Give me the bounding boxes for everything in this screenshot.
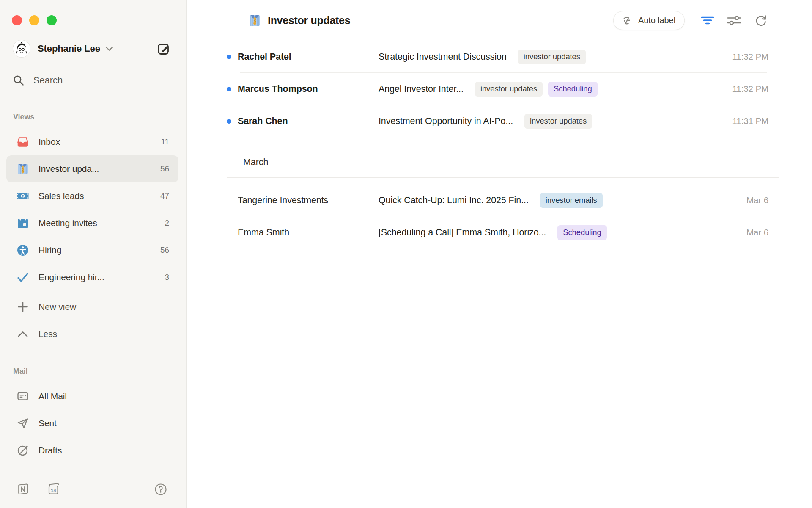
email-subject: Strategic Investment Discussion: [379, 52, 507, 62]
email-subject: [Scheduling a Call] Emma Smith, Horizo..…: [379, 227, 546, 238]
account-switcher[interactable]: Stephanie Lee: [0, 38, 186, 59]
sidebar-footer: 14: [0, 470, 186, 508]
unread-count: 2: [165, 218, 169, 228]
search-label: Search: [33, 75, 63, 86]
chevron-down-icon: [105, 46, 113, 51]
new-view-button[interactable]: New view: [6, 293, 178, 320]
unread-count: 47: [160, 191, 169, 201]
email-list: Rachel Patel Strategic Investment Discus…: [187, 41, 812, 248]
tag-investor-updates[interactable]: investor updates: [524, 114, 592, 129]
zoom-window-button[interactable]: [47, 15, 57, 25]
search-icon: [13, 75, 25, 86]
necktie-icon: [16, 163, 29, 175]
email-row[interactable]: Tangerine Investments Quick Catch-Up: Lu…: [187, 184, 812, 216]
email-subject: Angel Investor Inter...: [379, 84, 464, 94]
unread-dot: [227, 55, 231, 59]
checkmark-icon: [16, 271, 29, 284]
compose-icon[interactable]: [156, 41, 171, 56]
money-icon: [16, 190, 29, 202]
section-divider: [227, 177, 779, 178]
unread-dot: [227, 87, 231, 91]
email-sender: Marcus Thompson: [238, 84, 379, 94]
email-date: Mar 6: [746, 227, 768, 237]
notion-icon[interactable]: [16, 482, 30, 497]
email-subject: Quick Catch-Up: Lumi Inc. 2025 Fin...: [379, 195, 529, 206]
chevron-up-icon: [16, 328, 29, 340]
email-sender: Rachel Patel: [238, 52, 379, 62]
view-header: Investor updates Auto label: [187, 0, 812, 41]
search-button[interactable]: Search: [0, 70, 186, 91]
email-tags: investor updates Scheduling: [475, 82, 598, 97]
view-title: Investor updates: [248, 14, 350, 27]
unread-count: 11: [161, 137, 169, 146]
header-controls: Auto label: [613, 11, 768, 30]
sliders-icon[interactable]: [727, 13, 742, 28]
sidebar-item-sales-leads[interactable]: Sales leads 47: [6, 182, 178, 210]
sidebar: Stephanie Lee Search Views: [0, 0, 187, 508]
email-tags: investor updates: [518, 50, 586, 64]
all-mail-icon: [16, 390, 29, 403]
close-window-button[interactable]: [12, 15, 22, 25]
email-tags: investor emails: [540, 193, 603, 208]
sidebar-item-inbox[interactable]: Inbox 11: [6, 128, 178, 155]
sidebar-item-engineering-hiring[interactable]: Engineering hir... 3: [6, 264, 178, 291]
email-tags: investor updates: [524, 114, 592, 129]
sidebar-item-hiring[interactable]: Hiring 56: [6, 237, 178, 264]
email-sender: Tangerine Investments: [238, 195, 379, 206]
month-section-rows: Tangerine Investments Quick Catch-Up: Lu…: [187, 184, 812, 248]
tag-scheduling[interactable]: Scheduling: [557, 225, 607, 240]
sidebar-item-sent[interactable]: Sent: [6, 410, 178, 437]
window-controls: [0, 0, 186, 25]
calendar-14-icon[interactable]: 14: [46, 482, 61, 497]
less-button[interactable]: Less: [6, 320, 178, 348]
ai-face-icon: [620, 14, 634, 27]
unread-dot: [227, 119, 231, 124]
sidebar-item-investor-updates[interactable]: Investor upda... 56: [6, 155, 178, 182]
email-time: 11:32 PM: [732, 52, 768, 62]
email-row[interactable]: Rachel Patel Strategic Investment Discus…: [187, 41, 812, 73]
tag-scheduling[interactable]: Scheduling: [548, 82, 598, 97]
email-row[interactable]: Sarah Chen Investment Opportunity in AI-…: [187, 105, 812, 137]
minimize-window-button[interactable]: [29, 15, 39, 25]
person-circle-icon: [16, 244, 29, 257]
views-list: Inbox 11 Investor upda... 56: [0, 128, 186, 348]
email-time: 11:31 PM: [732, 116, 768, 126]
views-section-header: Views: [0, 113, 186, 121]
month-section-header: March: [243, 157, 768, 168]
sidebar-item-drafts[interactable]: Drafts: [6, 437, 178, 464]
email-sender: Sarah Chen: [238, 116, 379, 127]
mail-section-header: Mail: [0, 367, 186, 376]
sent-icon: [16, 417, 29, 430]
help-icon[interactable]: [154, 483, 167, 496]
email-date: Mar 6: [746, 195, 768, 205]
sidebar-item-all-mail[interactable]: All Mail: [6, 383, 178, 410]
unread-count: 56: [160, 246, 169, 255]
necktie-icon: [248, 14, 261, 27]
inbox-tray-icon: [16, 135, 29, 148]
account-name: Stephanie Lee: [38, 43, 100, 54]
unread-count: 3: [165, 273, 169, 282]
email-tags: Scheduling: [557, 225, 607, 240]
unread-count: 56: [160, 164, 169, 174]
email-subject: Investment Opportunity in AI-Po...: [379, 116, 513, 127]
email-time: 11:32 PM: [732, 84, 768, 94]
email-sender: Emma Smith: [238, 227, 379, 238]
mail-list: All Mail Sent Drafts: [0, 383, 186, 464]
plus-icon: [16, 301, 29, 313]
drafts-icon: [16, 444, 29, 457]
main-content: Investor updates Auto label: [187, 0, 812, 508]
avatar: [13, 40, 30, 58]
calendar-icon: [16, 217, 29, 229]
tag-investor-updates[interactable]: investor updates: [518, 50, 586, 64]
auto-label-button[interactable]: Auto label: [613, 11, 685, 30]
calendar-day-number: 14: [51, 488, 56, 493]
email-row[interactable]: Emma Smith [Scheduling a Call] Emma Smit…: [187, 216, 812, 248]
tag-investor-updates[interactable]: investor updates: [475, 82, 543, 97]
email-row[interactable]: Marcus Thompson Angel Investor Inter... …: [187, 73, 812, 105]
tag-investor-emails[interactable]: investor emails: [540, 193, 603, 208]
filter-icon[interactable]: [700, 13, 715, 28]
refresh-icon[interactable]: [753, 13, 768, 28]
page-title: Investor updates: [268, 14, 350, 27]
sidebar-item-meeting-invites[interactable]: Meeting invites 2: [6, 210, 178, 237]
auto-label-text: Auto label: [638, 16, 675, 25]
